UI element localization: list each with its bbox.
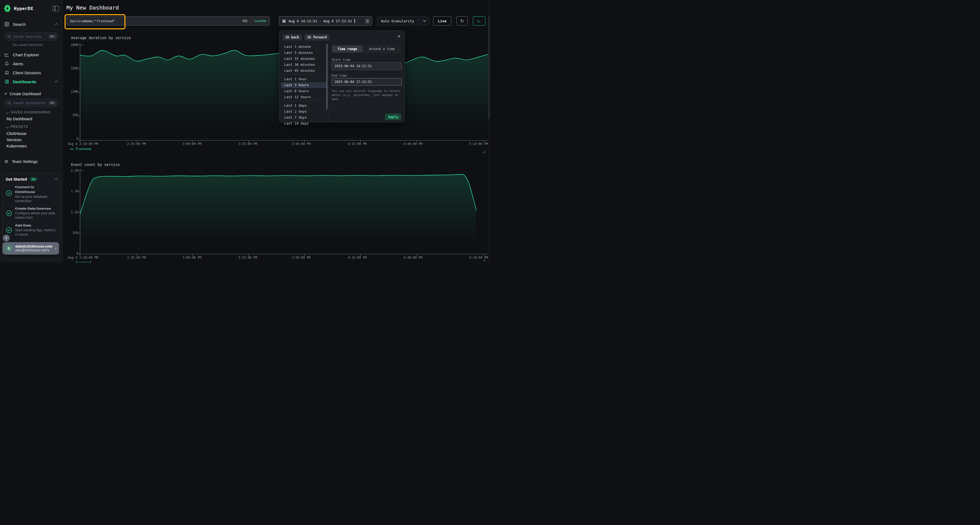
time-preset-option[interactable]: Last 7 days — [279, 114, 328, 121]
x-tick-label: 3:50:00 PM — [291, 256, 310, 260]
time-preset-option[interactable]: Last 45 minutes — [279, 68, 328, 74]
sidebar-item-dashboards[interactable]: Dashboards — [0, 78, 63, 85]
time-preset-option[interactable]: Last 2 days — [279, 109, 328, 114]
chevron-up-icon — [54, 23, 58, 27]
section-presets[interactable]: PRESETS — [6, 125, 28, 128]
get-started-item[interactable]: Add Data Start sending logs, metrics, or… — [15, 223, 57, 237]
chevron-up-icon[interactable] — [54, 178, 58, 182]
time-preset-option[interactable]: Last 12 hours — [279, 94, 328, 100]
section-label: PRESETS — [11, 125, 28, 128]
close-icon[interactable]: ✕ — [397, 34, 401, 39]
user-menu[interactable]: D dale@clickhouse.com dale@clickhouse.co… — [2, 242, 59, 255]
y-tick-label: 260K — [62, 43, 78, 47]
tab-around-a-time[interactable]: Around a time — [363, 45, 401, 52]
duration-shortcut-badge: d — [365, 19, 370, 24]
list-scrollbar[interactable] — [326, 44, 328, 109]
sidebar-item-client-sessions[interactable]: Client Sessions — [0, 69, 63, 76]
dashboards-icon — [4, 79, 9, 84]
refresh-button[interactable]: ↻ — [457, 16, 468, 25]
hyperdx-app: HyperDX Search Saved Searches ⌘K No save… — [0, 0, 490, 262]
saved-searches-input[interactable]: Saved Searches ⌘K — [4, 32, 59, 41]
time-preset-option[interactable]: Last 1 hour — [279, 76, 328, 82]
time-preset-option[interactable]: Last 5 minutes — [279, 50, 328, 56]
sidebar-item-chart-explorer[interactable]: Chart Explorer — [0, 51, 63, 58]
y-tick-label: 130K — [62, 90, 78, 94]
get-started-item[interactable]: Create Data Sources Configure where your… — [15, 206, 57, 220]
sidebar-item-kubernetes[interactable]: Kubernetes — [6, 144, 27, 148]
time-preset-option-selected[interactable]: Last 3 hours — [281, 82, 327, 88]
sidebar-item-services[interactable]: Services — [6, 138, 22, 142]
brand: HyperDX — [4, 5, 33, 12]
granularity-select[interactable]: Auto Granularity — [377, 16, 430, 25]
x-tick-label: 2:35:00 PM — [127, 256, 146, 260]
time-preset-option[interactable]: Last 30 minutes — [279, 62, 328, 68]
brand-name: HyperDX — [14, 6, 33, 11]
get-started-progress-badge: 3/3 — [29, 177, 38, 181]
time-picker-popover: 1h back 1h forward ✕ Last 1 minute Last … — [279, 30, 405, 122]
chart-legend[interactable]: frontend — [70, 261, 91, 262]
sidebar-item-clickhouse[interactable]: ClickHouse — [6, 132, 26, 136]
text-caret — [355, 19, 355, 23]
section-saved-dashboards[interactable]: SAVED DASHBOARDS — [6, 111, 50, 114]
chevron-down-icon — [423, 20, 426, 22]
saved-dashboards-input[interactable]: Saved Dashboards ⌘K — [4, 99, 59, 107]
task-desc: Configure where your data comes from — [15, 211, 57, 220]
dashboard-filter-input[interactable]: ServiceName:"frontend" SQL | Lucene — [67, 16, 270, 25]
x-tick-label: 3:25:00 PM — [238, 256, 257, 260]
time-range-value: Aug 4 14:12:51 - Aug 4 17:12:51 — [288, 19, 352, 23]
chart-legend[interactable]: frontend — [70, 147, 91, 151]
check-circle-icon — [6, 190, 12, 196]
time-preset-option[interactable]: Last 1 minute — [279, 44, 328, 50]
check-circle-icon — [6, 210, 12, 216]
create-dashboard-label: Create Dashboard — [10, 92, 41, 96]
sidebar-item-team-settings[interactable]: ⚙ Team Settings — [0, 158, 63, 165]
end-time-input[interactable]: 2025-08-04 17:12:51 — [332, 78, 402, 86]
apply-button[interactable]: Apply — [385, 113, 401, 120]
time-preset-option[interactable]: Last 15 minutes — [279, 56, 328, 62]
natural-language-hint: You can use natural language to select d… — [332, 89, 404, 101]
sidebar-item-label: Team Settings — [12, 159, 38, 164]
lucene-toggle[interactable]: Lucene — [255, 19, 266, 23]
time-mode-tabs: Time range Around a time — [332, 45, 402, 53]
get-started-item[interactable]: Connect to ClickHouse Set up your databa… — [15, 185, 56, 203]
start-time-input[interactable]: 2025-08-04 14:12:51 — [332, 62, 402, 70]
sidebar-item-search[interactable]: Search — [0, 21, 63, 28]
no-saved-searches-note: No saved searches — [13, 43, 43, 47]
time-preset-option[interactable]: Last 6 hours — [279, 88, 328, 94]
search-icon — [7, 35, 11, 38]
run-query-button[interactable]: ▷ — [473, 16, 485, 25]
sql-toggle[interactable]: SQL — [242, 19, 248, 23]
get-started-title: Get Started — [6, 177, 27, 181]
create-dashboard-button[interactable]: + Create Dashboard — [0, 90, 63, 97]
tab-time-range[interactable]: Time range — [332, 45, 363, 52]
time-preset-option[interactable]: Last 14 days — [279, 121, 328, 127]
live-button[interactable]: Live — [433, 16, 451, 25]
shift-forward-button[interactable]: 1h forward — [304, 34, 329, 41]
event-count-chart[interactable] — [80, 169, 490, 256]
legend-series-label: frontend — [75, 147, 91, 151]
shift-back-button[interactable]: 1h back — [283, 34, 302, 41]
help-button[interactable]: ? — [3, 235, 10, 241]
sidebar-collapse-button[interactable] — [52, 6, 59, 11]
sidebar-item-label: Client Sessions — [13, 70, 41, 75]
panel-resize-handle[interactable] — [482, 259, 485, 262]
y-tick-label: 0 — [62, 137, 78, 141]
avatar: D — [5, 244, 13, 252]
page-scrollbar[interactable] — [488, 0, 490, 262]
sidebar-item-my-dashboard[interactable]: My Dashboard — [6, 117, 32, 121]
time-range-input[interactable]: Aug 4 14:12:51 - Aug 4 17:12:51 d — [279, 16, 372, 25]
gear-icon: ⚙ — [4, 159, 8, 164]
task-desc: Start sending logs, metrics, or traces — [15, 228, 57, 237]
start-time-label: Start time — [332, 58, 350, 62]
page-title: My New Dashboard — [67, 4, 119, 11]
scrollbar-thumb[interactable] — [488, 16, 490, 119]
y-tick-label: 550 — [62, 231, 78, 235]
plus-icon: + — [4, 92, 7, 96]
sidebar-item-label: Chart Explorer — [13, 52, 39, 57]
sidebar-item-alerts[interactable]: Alerts — [0, 60, 63, 67]
time-preset-option[interactable]: Last 1 days — [279, 103, 328, 109]
calendar-icon — [282, 19, 286, 23]
chart-title: Average duration by service — [71, 36, 130, 40]
x-tick-label: 2:35:00 PM — [127, 142, 146, 146]
panel-resize-handle[interactable] — [482, 150, 485, 153]
